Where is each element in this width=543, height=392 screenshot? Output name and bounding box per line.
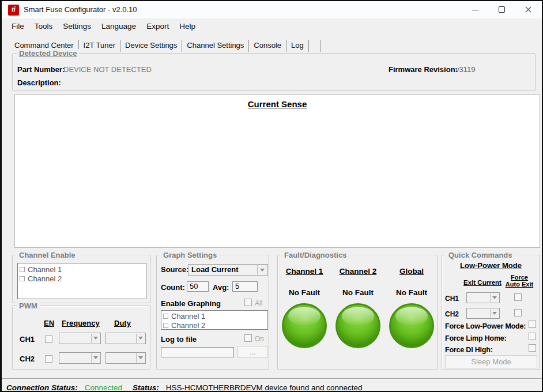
enable-graphing-list[interactable]: Channel 1 Channel 2 [161, 310, 268, 330]
minimize-button[interactable] [462, 1, 489, 18]
menu-export[interactable]: Export [145, 21, 170, 32]
source-select-value: Load Current [191, 265, 239, 275]
ti-logo-icon [8, 5, 19, 16]
channel-enable-list[interactable]: Channel 1 Channel 2 [17, 263, 146, 299]
chevron-down-icon[interactable] [490, 293, 499, 302]
menu-tools[interactable]: Tools [33, 21, 54, 32]
checkbox-icon[interactable] [163, 323, 168, 328]
fault-diagnostics-title: Fault/Diagnostics [282, 251, 349, 259]
menu-file[interactable]: File [10, 21, 25, 32]
chevron-down-icon[interactable] [91, 353, 100, 363]
checkbox-icon[interactable] [20, 267, 25, 272]
chevron-down-icon[interactable] [136, 353, 145, 363]
fault-channel2-status: No Fault [331, 288, 384, 297]
channel-enable-group: Channel Enable Channel 1 Channel 2 [12, 255, 150, 303]
avg-input[interactable]: 5 [232, 281, 258, 292]
tab-i2t-tuner[interactable]: I2T Tuner [79, 40, 120, 52]
graph-settings-title: Graph Settings [161, 251, 219, 259]
pwm-ch1-duty-select[interactable] [105, 333, 146, 344]
tab-device-settings[interactable]: Device Settings [120, 40, 182, 52]
pwm-en-header: EN [44, 319, 54, 327]
checkbox-icon[interactable] [163, 314, 168, 319]
maximize-button[interactable] [489, 1, 515, 18]
pwm-ch2-frequency-select[interactable] [59, 352, 101, 364]
list-item-channel1[interactable]: Channel 1 [18, 265, 146, 274]
all-checkbox-label: All [255, 299, 262, 307]
count-input[interactable]: 50 [187, 281, 209, 292]
fault-global-status: No Fault [385, 288, 438, 297]
graph-settings-group: Graph Settings Source: Load Current Coun… [156, 255, 269, 370]
status-value: HSS-HCMOTHERBRDEVM device found and conn… [166, 383, 363, 392]
avg-label: Avg: [213, 283, 229, 292]
force-auto-exit-header: Force Auto Exit [503, 274, 536, 288]
quick-commands-title: Quick Commands [446, 251, 515, 259]
channel-enable-title: Channel Enable [17, 251, 78, 259]
qc-ch1-force-auto-exit-checkbox[interactable] [514, 293, 522, 301]
enable-graphing-label: Enable Graphing [161, 299, 221, 308]
log-to-file-label: Log to file [161, 335, 197, 344]
pwm-ch1-frequency-select[interactable] [59, 333, 101, 344]
all-checkbox[interactable] [244, 299, 252, 306]
chevron-down-icon[interactable] [490, 309, 499, 318]
app-window: Smart Fuse Configurator - v2.0.10 File T… [0, 0, 543, 392]
browse-button[interactable]: ... [237, 346, 268, 358]
window-title: Smart Fuse Configurator - v2.0.10 [24, 5, 137, 14]
tab-log[interactable]: Log [286, 40, 309, 52]
tab-channel-settings[interactable]: Channel Settings [182, 40, 249, 52]
current-sense-chart: Current Sense [14, 95, 540, 248]
close-button[interactable] [515, 1, 542, 18]
pwm-duty-header: Duty [114, 319, 131, 327]
tab-console[interactable]: Console [249, 40, 286, 52]
chart-title: Current Sense [15, 99, 540, 109]
on-checkbox[interactable] [244, 334, 252, 342]
fault-channel2-header: Channel 2 [331, 267, 384, 276]
list-item-channel2[interactable]: Channel 2 [161, 321, 267, 330]
detected-device-group: Detected Device Part Number: DEVICE NOT … [12, 53, 536, 91]
force-low-power-checkbox[interactable] [529, 321, 536, 328]
log-file-path-input[interactable] [161, 347, 234, 357]
pwm-title: PWM [17, 301, 40, 310]
count-label: Count: [161, 283, 185, 292]
detected-device-title: Detected Device [17, 49, 79, 58]
force-di-high-checkbox[interactable] [529, 344, 536, 352]
sleep-mode-button[interactable]: Sleep Mode [445, 355, 537, 368]
qc-ch2-force-auto-exit-checkbox[interactable] [514, 309, 522, 316]
source-label: Source: [161, 265, 188, 274]
menu-bar: File Tools Settings Language Export Help [2, 18, 542, 33]
fault-column-channel2: Channel 2 No Fault [331, 267, 384, 276]
force-low-power-label: Force Low-Power Mode: [445, 322, 526, 330]
fault-column-channel1: Channel 1 No Fault [278, 267, 331, 276]
graph-channel1-label: Channel 1 [171, 312, 205, 321]
qc-ch1-label: CH1 [445, 295, 459, 303]
title-bar: Smart Fuse Configurator - v2.0.10 [2, 1, 542, 18]
qc-ch2-label: CH2 [445, 310, 459, 318]
window-controls [462, 1, 542, 18]
firmware-revision-label: Firmware Revision: [389, 65, 458, 74]
tab-strip-end [309, 40, 320, 52]
part-number-label: Part Number: [17, 65, 65, 74]
status-bar-divider [2, 378, 542, 379]
menu-language[interactable]: Language [100, 21, 137, 32]
connection-status-label: Connection Status: [6, 383, 78, 392]
list-item-channel2[interactable]: Channel 2 [18, 274, 146, 283]
list-item-channel1[interactable]: Channel 1 [161, 311, 267, 321]
pwm-ch2-duty-select[interactable] [105, 352, 146, 364]
pwm-ch1-en-checkbox[interactable] [45, 336, 52, 343]
menu-help[interactable]: Help [178, 21, 197, 32]
firmware-revision-value: v3119 [455, 65, 475, 74]
description-label: Description: [17, 78, 61, 87]
qc-ch1-exit-current-select[interactable] [466, 292, 500, 303]
minimize-icon [472, 10, 478, 10]
chevron-down-icon[interactable] [136, 334, 145, 343]
force-limp-home-checkbox[interactable] [529, 333, 536, 340]
chevron-down-icon[interactable] [257, 265, 267, 274]
fault-channel2-led-icon [335, 303, 380, 348]
chevron-down-icon[interactable] [91, 334, 100, 343]
pwm-ch2-en-checkbox[interactable] [45, 355, 52, 363]
qc-ch2-exit-current-select[interactable] [466, 308, 500, 319]
fault-column-global: Global No Fault [385, 267, 438, 276]
status-bar: Connection Status: Connected Status: HSS… [6, 382, 362, 392]
checkbox-icon[interactable] [20, 276, 25, 281]
source-select[interactable]: Load Current [188, 264, 268, 276]
menu-settings[interactable]: Settings [62, 21, 92, 32]
